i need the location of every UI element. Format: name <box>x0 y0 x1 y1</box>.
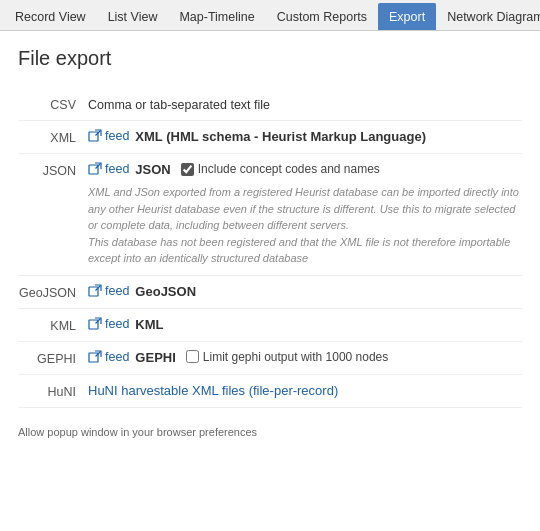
xml-content: feed XML (HML schema - Heurist Markup La… <box>88 129 522 144</box>
svg-rect-4 <box>89 287 98 296</box>
kml-content: feed KML <box>88 317 522 332</box>
huni-row: HuNI HuNI harvestable XML files (file-pe… <box>18 375 522 408</box>
footer-note: Allow popup window in your browser prefe… <box>0 418 540 446</box>
tab-list-view[interactable]: List View <box>97 3 169 30</box>
geojson-format-label: GeoJSON <box>135 284 196 299</box>
gephi-format-label: GEPHI <box>135 350 175 365</box>
gephi-content: feed GEPHI Limit gephi output with 1000 … <box>88 350 522 365</box>
xml-feed-text: feed <box>105 129 129 143</box>
json-label: JSON <box>18 162 88 178</box>
huni-label: HuNI <box>18 383 88 399</box>
xml-row: XML feed XML (HML schema - Heurist Marku… <box>18 121 522 154</box>
gephi-label: GEPHI <box>18 350 88 366</box>
gephi-feed-text: feed <box>105 350 129 364</box>
external-link-icon-gephi <box>88 350 102 364</box>
external-link-icon-geojson <box>88 284 102 298</box>
tab-export[interactable]: Export <box>378 3 436 30</box>
kml-format-label: KML <box>135 317 163 332</box>
json-format-label: JSON <box>135 162 170 177</box>
geojson-feed-link[interactable]: feed <box>88 284 129 298</box>
external-link-icon-kml <box>88 317 102 331</box>
json-checkbox-label: Include concept codes and names <box>198 162 380 176</box>
tab-network-diagram[interactable]: Network Diagram <box>436 3 540 30</box>
json-feed-text: feed <box>105 162 129 176</box>
main-content: File export CSV Comma or tab-separated t… <box>0 31 540 418</box>
svg-rect-2 <box>89 165 98 174</box>
gephi-feed-link[interactable]: feed <box>88 350 129 364</box>
gephi-checkbox-label: Limit gephi output with 1000 nodes <box>203 350 388 364</box>
xml-format-label: XML (HML schema - Heurist Markup Languag… <box>135 129 426 144</box>
gephi-checkbox-row: Limit gephi output with 1000 nodes <box>186 350 388 364</box>
csv-row: CSV Comma or tab-separated text file <box>18 88 522 121</box>
xml-feed-link[interactable]: feed <box>88 129 129 143</box>
json-note: XML and JSon exported from a registered … <box>88 184 522 267</box>
geojson-content: feed GeoJSON <box>88 284 522 299</box>
tab-bar: Record View List View Map-Timeline Custo… <box>0 0 540 31</box>
json-row: JSON feed JSON Include concept codes and… <box>18 154 522 276</box>
kml-row: KML feed KML <box>18 309 522 342</box>
external-link-icon-json <box>88 162 102 176</box>
xml-label: XML <box>18 129 88 145</box>
tab-map-timeline[interactable]: Map-Timeline <box>168 3 265 30</box>
geojson-label: GeoJSON <box>18 284 88 300</box>
huni-content: HuNI harvestable XML files (file-per-rec… <box>88 383 522 398</box>
huni-description: HuNI harvestable XML files (file-per-rec… <box>88 383 338 398</box>
tab-record-view[interactable]: Record View <box>4 3 97 30</box>
kml-feed-link[interactable]: feed <box>88 317 129 331</box>
external-link-icon <box>88 129 102 143</box>
json-concept-codes-checkbox[interactable] <box>181 163 194 176</box>
svg-rect-0 <box>89 132 98 141</box>
gephi-limit-checkbox[interactable] <box>186 350 199 363</box>
json-feed-link[interactable]: feed <box>88 162 129 176</box>
kml-feed-text: feed <box>105 317 129 331</box>
svg-rect-6 <box>89 320 98 329</box>
json-content: feed JSON Include concept codes and name… <box>88 162 522 177</box>
csv-description: Comma or tab-separated text file <box>88 96 270 112</box>
csv-label: CSV <box>18 96 88 112</box>
tab-custom-reports[interactable]: Custom Reports <box>266 3 378 30</box>
csv-content: Comma or tab-separated text file <box>88 96 522 112</box>
gephi-row: GEPHI feed GEPHI Limit gephi output with… <box>18 342 522 375</box>
geojson-feed-text: feed <box>105 284 129 298</box>
svg-rect-8 <box>89 353 98 362</box>
json-checkbox-row: Include concept codes and names <box>181 162 380 176</box>
geojson-row: GeoJSON feed GeoJSON <box>18 276 522 309</box>
page-title: File export <box>18 47 522 70</box>
kml-label: KML <box>18 317 88 333</box>
